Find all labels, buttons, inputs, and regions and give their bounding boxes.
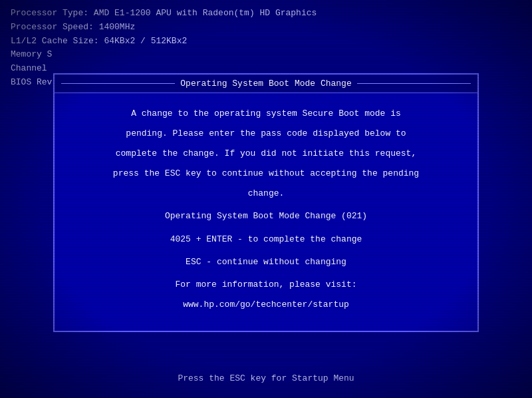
cache-label: L1/L2 Cache Size:	[11, 36, 99, 46]
bios-screen: Processor Type: AMD E1-1200 APU with Rad…	[0, 0, 532, 398]
dialog-body: A change to the operating system Secure …	[55, 93, 477, 331]
dialog-title-bar: Operating System Boot Mode Change	[55, 75, 477, 93]
memory-line: Memory S	[11, 48, 521, 62]
dialog-body-line1: A change to the operating system Secure …	[74, 106, 458, 121]
bottom-text: Press the ESC key for Startup Menu	[178, 373, 354, 383]
processor-speed-value: 1400MHz	[99, 22, 136, 32]
dialog-action-esc: ESC - continue without changing	[74, 255, 458, 270]
dialog-body-line5: change.	[74, 186, 458, 201]
processor-type-line: Processor Type: AMD E1-1200 APU with Rad…	[11, 7, 521, 21]
dialog-action-enter: 4025 + ENTER - to complete the change	[74, 232, 458, 247]
processor-type-value: AMD E1-1200 APU with Radeon(tm) HD Graph…	[94, 8, 317, 18]
cache-size-line: L1/L2 Cache Size: 64KBx2 / 512KBx2	[11, 35, 521, 49]
dialog-body-line2: pending. Please enter the pass code disp…	[74, 126, 458, 141]
memory-label: Memory S	[11, 49, 52, 59]
processor-speed-label: Processor Speed:	[11, 22, 94, 32]
dialog-title: Operating System Boot Mode Change	[175, 79, 356, 89]
processor-type-label: Processor Type:	[11, 8, 88, 18]
dialog-body-line4: press the ESC key to continue without ac…	[74, 166, 458, 181]
dialog-code-label: Operating System Boot Mode Change (021)	[74, 209, 458, 224]
boot-mode-dialog: Operating System Boot Mode Change A chan…	[53, 73, 479, 332]
bios-rev-label: BIOS Rev	[11, 77, 52, 87]
dialog-info-url: www.hp.com/go/techcenter/startup	[74, 298, 458, 312]
bottom-bar: Press the ESC key for Startup Menu	[0, 373, 532, 383]
channel-label: Channel	[11, 63, 47, 73]
dialog-info-label: For more information, please visit:	[74, 278, 458, 292]
dialog-body-line3: complete the change. If you did not init…	[74, 146, 458, 161]
cache-value: 64KBx2 / 512KBx2	[104, 36, 187, 46]
processor-speed-line: Processor Speed: 1400MHz	[11, 21, 521, 35]
